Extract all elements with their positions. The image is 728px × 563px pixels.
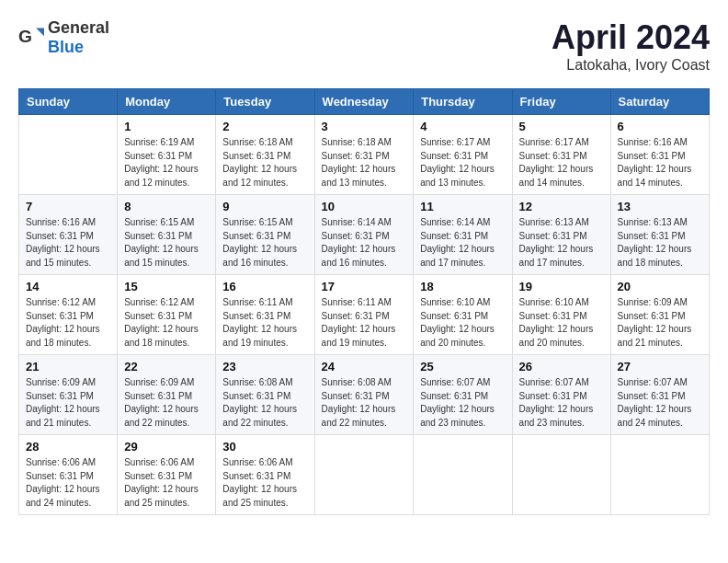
day-number: 3: [322, 120, 407, 133]
calendar-cell: 15 Sunrise: 6:12 AMSunset: 6:31 PMDaylig…: [118, 275, 216, 355]
calendar-cell: 24 Sunrise: 6:08 AMSunset: 6:31 PMDaylig…: [314, 355, 414, 435]
day-info: Sunrise: 6:13 AMSunset: 6:31 PMDaylight:…: [519, 216, 604, 270]
calendar-cell: 2 Sunrise: 6:18 AMSunset: 6:31 PMDayligh…: [216, 115, 314, 195]
calendar-cell: 10 Sunrise: 6:14 AMSunset: 6:31 PMDaylig…: [314, 195, 414, 275]
day-info: Sunrise: 6:15 AMSunset: 6:31 PMDaylight:…: [222, 216, 307, 270]
weekday-header: Tuesday: [216, 89, 314, 115]
calendar-cell: 14 Sunrise: 6:12 AMSunset: 6:31 PMDaylig…: [19, 275, 118, 355]
day-number: 20: [618, 280, 702, 293]
day-number: 11: [420, 200, 505, 213]
weekday-header: Sunday: [19, 89, 118, 115]
day-number: 27: [618, 360, 702, 373]
calendar-week-row: 7 Sunrise: 6:16 AMSunset: 6:31 PMDayligh…: [19, 195, 710, 275]
calendar-week-row: 21 Sunrise: 6:09 AMSunset: 6:31 PMDaylig…: [19, 355, 710, 435]
day-number: 8: [124, 200, 209, 213]
day-info: Sunrise: 6:06 AMSunset: 6:31 PMDaylight:…: [124, 456, 209, 510]
day-info: Sunrise: 6:16 AMSunset: 6:31 PMDaylight:…: [26, 216, 110, 270]
day-info: Sunrise: 6:06 AMSunset: 6:31 PMDaylight:…: [26, 456, 110, 510]
weekday-header: Saturday: [610, 89, 709, 115]
weekday-header: Friday: [512, 89, 610, 115]
calendar-cell: 3 Sunrise: 6:18 AMSunset: 6:31 PMDayligh…: [314, 115, 414, 195]
calendar-cell: 22 Sunrise: 6:09 AMSunset: 6:31 PMDaylig…: [118, 355, 216, 435]
weekday-header: Monday: [118, 89, 216, 115]
day-info: Sunrise: 6:08 AMSunset: 6:31 PMDaylight:…: [222, 376, 307, 430]
day-number: 1: [124, 120, 209, 133]
day-number: 25: [420, 360, 505, 373]
calendar-cell: 8 Sunrise: 6:15 AMSunset: 6:31 PMDayligh…: [118, 195, 216, 275]
location-title: Latokaha, Ivory Coast: [552, 57, 710, 74]
day-number: 18: [420, 280, 505, 293]
day-info: Sunrise: 6:14 AMSunset: 6:31 PMDaylight:…: [322, 216, 407, 270]
day-number: 16: [222, 280, 307, 293]
logo: G General Blue: [18, 18, 109, 57]
day-info: Sunrise: 6:11 AMSunset: 6:31 PMDaylight:…: [222, 296, 307, 350]
calendar-cell: 20 Sunrise: 6:09 AMSunset: 6:31 PMDaylig…: [610, 275, 709, 355]
calendar-cell: 12 Sunrise: 6:13 AMSunset: 6:31 PMDaylig…: [512, 195, 610, 275]
day-info: Sunrise: 6:12 AMSunset: 6:31 PMDaylight:…: [26, 296, 110, 350]
day-number: 17: [322, 280, 407, 293]
day-number: 19: [519, 280, 604, 293]
day-info: Sunrise: 6:17 AMSunset: 6:31 PMDaylight:…: [420, 136, 505, 190]
weekday-header: Thursday: [414, 89, 512, 115]
day-number: 10: [322, 200, 407, 213]
svg-text:G: G: [18, 27, 32, 46]
page-header: G General Blue April 2024 Latokaha, Ivor…: [18, 18, 710, 74]
day-info: Sunrise: 6:14 AMSunset: 6:31 PMDaylight:…: [420, 216, 505, 270]
calendar-cell: 13 Sunrise: 6:13 AMSunset: 6:31 PMDaylig…: [610, 195, 709, 275]
day-info: Sunrise: 6:10 AMSunset: 6:31 PMDaylight:…: [420, 296, 505, 350]
day-info: Sunrise: 6:10 AMSunset: 6:31 PMDaylight:…: [519, 296, 604, 350]
calendar-cell: 25 Sunrise: 6:07 AMSunset: 6:31 PMDaylig…: [414, 355, 512, 435]
calendar-table: SundayMondayTuesdayWednesdayThursdayFrid…: [18, 88, 710, 515]
day-info: Sunrise: 6:08 AMSunset: 6:31 PMDaylight:…: [322, 376, 407, 430]
calendar-cell: 21 Sunrise: 6:09 AMSunset: 6:31 PMDaylig…: [19, 355, 118, 435]
calendar-cell: 30 Sunrise: 6:06 AMSunset: 6:31 PMDaylig…: [216, 435, 314, 515]
day-number: 2: [222, 120, 307, 133]
day-info: Sunrise: 6:09 AMSunset: 6:31 PMDaylight:…: [124, 376, 209, 430]
day-number: 29: [124, 440, 209, 454]
calendar-cell: 11 Sunrise: 6:14 AMSunset: 6:31 PMDaylig…: [414, 195, 512, 275]
weekday-header: Wednesday: [314, 89, 414, 115]
calendar-cell: 18 Sunrise: 6:10 AMSunset: 6:31 PMDaylig…: [414, 275, 512, 355]
calendar-cell: [414, 435, 512, 515]
day-number: 13: [618, 200, 702, 213]
svg-marker-1: [36, 29, 44, 37]
day-info: Sunrise: 6:06 AMSunset: 6:31 PMDaylight:…: [222, 456, 307, 510]
day-info: Sunrise: 6:18 AMSunset: 6:31 PMDaylight:…: [322, 136, 407, 190]
logo-icon: G: [18, 25, 44, 51]
day-info: Sunrise: 6:09 AMSunset: 6:31 PMDaylight:…: [618, 296, 702, 350]
day-number: 28: [26, 440, 110, 454]
day-info: Sunrise: 6:13 AMSunset: 6:31 PMDaylight:…: [618, 216, 702, 270]
calendar-cell: 23 Sunrise: 6:08 AMSunset: 6:31 PMDaylig…: [216, 355, 314, 435]
day-info: Sunrise: 6:18 AMSunset: 6:31 PMDaylight:…: [222, 136, 307, 190]
calendar-cell: [314, 435, 414, 515]
calendar-cell: 29 Sunrise: 6:06 AMSunset: 6:31 PMDaylig…: [118, 435, 216, 515]
day-info: Sunrise: 6:15 AMSunset: 6:31 PMDaylight:…: [124, 216, 209, 270]
calendar-cell: 5 Sunrise: 6:17 AMSunset: 6:31 PMDayligh…: [512, 115, 610, 195]
day-info: Sunrise: 6:07 AMSunset: 6:31 PMDaylight:…: [420, 376, 505, 430]
calendar-week-row: 14 Sunrise: 6:12 AMSunset: 6:31 PMDaylig…: [19, 275, 710, 355]
day-number: 23: [222, 360, 307, 373]
calendar-cell: [19, 115, 118, 195]
calendar-cell: 6 Sunrise: 6:16 AMSunset: 6:31 PMDayligh…: [610, 115, 709, 195]
day-info: Sunrise: 6:12 AMSunset: 6:31 PMDaylight:…: [124, 296, 209, 350]
day-number: 21: [26, 360, 110, 373]
day-number: 6: [618, 120, 702, 133]
calendar-week-row: 1 Sunrise: 6:19 AMSunset: 6:31 PMDayligh…: [19, 115, 710, 195]
calendar-cell: 26 Sunrise: 6:07 AMSunset: 6:31 PMDaylig…: [512, 355, 610, 435]
weekday-header-row: SundayMondayTuesdayWednesdayThursdayFrid…: [19, 89, 710, 115]
day-number: 4: [420, 120, 505, 133]
day-info: Sunrise: 6:16 AMSunset: 6:31 PMDaylight:…: [618, 136, 702, 190]
day-number: 24: [322, 360, 407, 373]
calendar-cell: 9 Sunrise: 6:15 AMSunset: 6:31 PMDayligh…: [216, 195, 314, 275]
day-info: Sunrise: 6:19 AMSunset: 6:31 PMDaylight:…: [124, 136, 209, 190]
day-info: Sunrise: 6:07 AMSunset: 6:31 PMDaylight:…: [618, 376, 702, 430]
title-area: April 2024 Latokaha, Ivory Coast: [552, 18, 710, 74]
calendar-cell: 16 Sunrise: 6:11 AMSunset: 6:31 PMDaylig…: [216, 275, 314, 355]
day-number: 14: [26, 280, 110, 293]
calendar-cell: 17 Sunrise: 6:11 AMSunset: 6:31 PMDaylig…: [314, 275, 414, 355]
calendar-cell: [610, 435, 709, 515]
logo-text: General Blue: [48, 18, 109, 57]
day-number: 26: [519, 360, 604, 373]
calendar-cell: 19 Sunrise: 6:10 AMSunset: 6:31 PMDaylig…: [512, 275, 610, 355]
day-number: 30: [222, 440, 307, 454]
